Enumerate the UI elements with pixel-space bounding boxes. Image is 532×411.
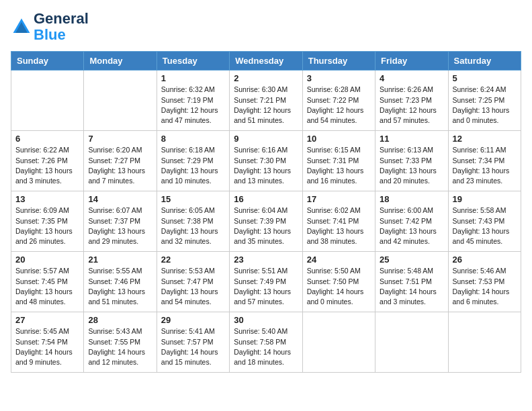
- day-info: Sunrise: 6:26 AM Sunset: 7:23 PM Dayligh…: [380, 85, 443, 126]
- calendar-cell: [302, 312, 375, 373]
- calendar-cell: 6Sunrise: 6:22 AM Sunset: 7:26 PM Daylig…: [11, 131, 84, 191]
- calendar-cell: 15Sunrise: 6:05 AM Sunset: 7:38 PM Dayli…: [157, 191, 229, 252]
- day-info: Sunrise: 6:00 AM Sunset: 7:42 PM Dayligh…: [380, 205, 443, 246]
- calendar-cell: 10Sunrise: 6:15 AM Sunset: 7:31 PM Dayli…: [302, 131, 375, 191]
- calendar-cell: 2Sunrise: 6:30 AM Sunset: 7:21 PM Daylig…: [230, 71, 302, 131]
- day-number: 13: [15, 194, 79, 204]
- col-header-friday: Friday: [375, 52, 448, 71]
- calendar-cell: 14Sunrise: 6:07 AM Sunset: 7:37 PM Dayli…: [84, 191, 157, 252]
- day-info: Sunrise: 6:05 AM Sunset: 7:38 PM Dayligh…: [161, 205, 225, 246]
- day-number: 8: [161, 134, 225, 144]
- col-header-thursday: Thursday: [302, 52, 375, 71]
- day-info: Sunrise: 5:43 AM Sunset: 7:55 PM Dayligh…: [88, 326, 152, 367]
- calendar-cell: 26Sunrise: 5:46 AM Sunset: 7:53 PM Dayli…: [448, 252, 521, 312]
- calendar-cell: 12Sunrise: 6:11 AM Sunset: 7:34 PM Dayli…: [448, 131, 521, 191]
- day-info: Sunrise: 6:09 AM Sunset: 7:35 PM Dayligh…: [15, 205, 79, 246]
- day-info: Sunrise: 5:40 AM Sunset: 7:58 PM Dayligh…: [234, 326, 298, 367]
- day-number: 19: [453, 194, 517, 204]
- calendar-cell: 23Sunrise: 5:51 AM Sunset: 7:49 PM Dayli…: [230, 252, 302, 312]
- day-info: Sunrise: 5:57 AM Sunset: 7:45 PM Dayligh…: [15, 266, 79, 307]
- day-number: 18: [380, 194, 443, 204]
- day-info: Sunrise: 6:28 AM Sunset: 7:22 PM Dayligh…: [307, 85, 371, 126]
- day-number: 11: [380, 134, 443, 144]
- day-number: 20: [15, 255, 79, 265]
- col-header-saturday: Saturday: [448, 52, 521, 71]
- day-number: 5: [453, 73, 517, 83]
- calendar-cell: 28Sunrise: 5:43 AM Sunset: 7:55 PM Dayli…: [84, 312, 157, 373]
- day-number: 30: [234, 315, 298, 325]
- calendar-cell: 7Sunrise: 6:20 AM Sunset: 7:27 PM Daylig…: [84, 131, 157, 191]
- day-info: Sunrise: 6:13 AM Sunset: 7:33 PM Dayligh…: [380, 145, 443, 186]
- calendar-cell: 29Sunrise: 5:41 AM Sunset: 7:57 PM Dayli…: [157, 312, 229, 373]
- logo: General Blue: [11, 11, 89, 43]
- calendar-cell: 16Sunrise: 6:04 AM Sunset: 7:39 PM Dayli…: [230, 191, 302, 252]
- day-number: 3: [307, 73, 371, 83]
- day-info: Sunrise: 6:18 AM Sunset: 7:29 PM Dayligh…: [161, 145, 225, 186]
- calendar-cell: 9Sunrise: 6:16 AM Sunset: 7:30 PM Daylig…: [230, 131, 302, 191]
- day-info: Sunrise: 6:02 AM Sunset: 7:41 PM Dayligh…: [307, 205, 371, 246]
- day-number: 27: [15, 315, 79, 325]
- day-number: 23: [234, 255, 298, 265]
- calendar-cell: 30Sunrise: 5:40 AM Sunset: 7:58 PM Dayli…: [230, 312, 302, 373]
- day-number: 14: [88, 194, 152, 204]
- calendar-cell: 8Sunrise: 6:18 AM Sunset: 7:29 PM Daylig…: [157, 131, 229, 191]
- day-number: 29: [161, 315, 225, 325]
- day-number: 21: [88, 255, 152, 265]
- day-info: Sunrise: 6:20 AM Sunset: 7:27 PM Dayligh…: [88, 145, 152, 186]
- calendar-cell: 18Sunrise: 6:00 AM Sunset: 7:42 PM Dayli…: [375, 191, 448, 252]
- week-row-5: 27Sunrise: 5:45 AM Sunset: 7:54 PM Dayli…: [11, 312, 521, 373]
- calendar-cell: [84, 71, 157, 131]
- calendar-cell: [375, 312, 448, 373]
- day-number: 2: [234, 73, 298, 83]
- col-header-wednesday: Wednesday: [230, 52, 302, 71]
- day-info: Sunrise: 5:53 AM Sunset: 7:47 PM Dayligh…: [161, 266, 225, 307]
- day-info: Sunrise: 5:41 AM Sunset: 7:57 PM Dayligh…: [161, 326, 225, 367]
- calendar-cell: [448, 312, 521, 373]
- day-number: 25: [380, 255, 443, 265]
- day-info: Sunrise: 5:50 AM Sunset: 7:50 PM Dayligh…: [307, 266, 371, 307]
- calendar-cell: [11, 71, 84, 131]
- day-number: 22: [161, 255, 225, 265]
- calendar: SundayMondayTuesdayWednesdayThursdayFrid…: [11, 51, 521, 373]
- day-info: Sunrise: 6:15 AM Sunset: 7:31 PM Dayligh…: [307, 145, 371, 186]
- col-header-tuesday: Tuesday: [157, 52, 229, 71]
- day-info: Sunrise: 5:45 AM Sunset: 7:54 PM Dayligh…: [15, 326, 79, 367]
- calendar-cell: 25Sunrise: 5:48 AM Sunset: 7:51 PM Dayli…: [375, 252, 448, 312]
- calendar-cell: 11Sunrise: 6:13 AM Sunset: 7:33 PM Dayli…: [375, 131, 448, 191]
- day-info: Sunrise: 5:51 AM Sunset: 7:49 PM Dayligh…: [234, 266, 298, 307]
- day-info: Sunrise: 5:46 AM Sunset: 7:53 PM Dayligh…: [453, 266, 517, 307]
- day-info: Sunrise: 6:30 AM Sunset: 7:21 PM Dayligh…: [234, 85, 298, 126]
- day-number: 4: [380, 73, 443, 83]
- page-header: General Blue: [11, 11, 521, 43]
- day-info: Sunrise: 6:11 AM Sunset: 7:34 PM Dayligh…: [453, 145, 517, 186]
- day-info: Sunrise: 6:04 AM Sunset: 7:39 PM Dayligh…: [234, 205, 298, 246]
- day-info: Sunrise: 5:58 AM Sunset: 7:43 PM Dayligh…: [453, 205, 517, 246]
- week-row-3: 13Sunrise: 6:09 AM Sunset: 7:35 PM Dayli…: [11, 191, 521, 252]
- day-number: 7: [88, 134, 152, 144]
- calendar-cell: 27Sunrise: 5:45 AM Sunset: 7:54 PM Dayli…: [11, 312, 84, 373]
- day-info: Sunrise: 6:32 AM Sunset: 7:19 PM Dayligh…: [161, 85, 225, 126]
- calendar-cell: 4Sunrise: 6:26 AM Sunset: 7:23 PM Daylig…: [375, 71, 448, 131]
- day-number: 1: [161, 73, 225, 83]
- calendar-header-row: SundayMondayTuesdayWednesdayThursdayFrid…: [11, 52, 521, 71]
- day-number: 16: [234, 194, 298, 204]
- day-info: Sunrise: 6:07 AM Sunset: 7:37 PM Dayligh…: [88, 205, 152, 246]
- day-info: Sunrise: 6:24 AM Sunset: 7:25 PM Dayligh…: [453, 85, 517, 126]
- day-number: 17: [307, 194, 371, 204]
- calendar-cell: 3Sunrise: 6:28 AM Sunset: 7:22 PM Daylig…: [302, 71, 375, 131]
- week-row-4: 20Sunrise: 5:57 AM Sunset: 7:45 PM Dayli…: [11, 252, 521, 312]
- col-header-sunday: Sunday: [11, 52, 84, 71]
- calendar-cell: 21Sunrise: 5:55 AM Sunset: 7:46 PM Dayli…: [84, 252, 157, 312]
- day-number: 24: [307, 255, 371, 265]
- calendar-cell: 22Sunrise: 5:53 AM Sunset: 7:47 PM Dayli…: [157, 252, 229, 312]
- col-header-monday: Monday: [84, 52, 157, 71]
- calendar-cell: 17Sunrise: 6:02 AM Sunset: 7:41 PM Dayli…: [302, 191, 375, 252]
- week-row-1: 1Sunrise: 6:32 AM Sunset: 7:19 PM Daylig…: [11, 71, 521, 131]
- week-row-2: 6Sunrise: 6:22 AM Sunset: 7:26 PM Daylig…: [11, 131, 521, 191]
- day-info: Sunrise: 5:55 AM Sunset: 7:46 PM Dayligh…: [88, 266, 152, 307]
- logo-text: General Blue: [34, 11, 89, 43]
- day-number: 10: [307, 134, 371, 144]
- calendar-cell: 5Sunrise: 6:24 AM Sunset: 7:25 PM Daylig…: [448, 71, 521, 131]
- calendar-cell: 19Sunrise: 5:58 AM Sunset: 7:43 PM Dayli…: [448, 191, 521, 252]
- calendar-cell: 24Sunrise: 5:50 AM Sunset: 7:50 PM Dayli…: [302, 252, 375, 312]
